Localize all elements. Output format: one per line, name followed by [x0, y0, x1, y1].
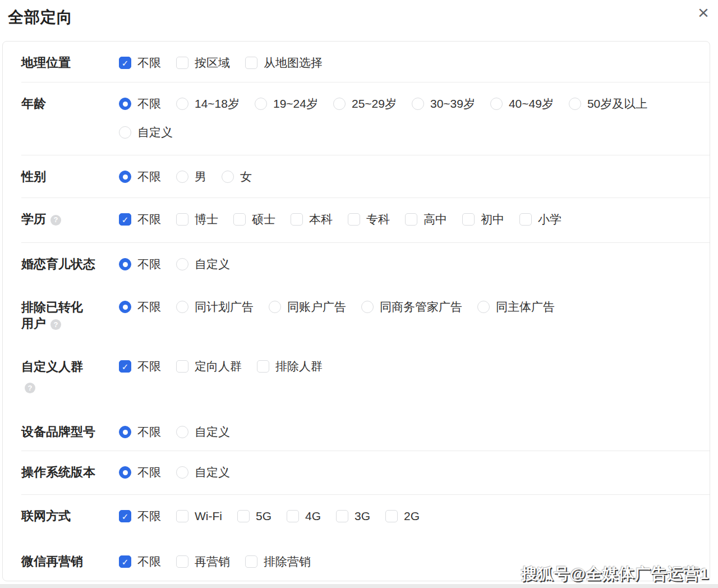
option-item[interactable]: ✓不限 — [119, 504, 161, 529]
radio-unchecked-icon[interactable] — [255, 98, 267, 110]
radio-checked-icon[interactable] — [119, 301, 131, 313]
option-item[interactable]: 19~24岁 — [255, 91, 318, 116]
radio-unchecked-icon[interactable] — [176, 258, 188, 270]
option-item[interactable]: 同主体广告 — [477, 295, 555, 319]
option-item[interactable]: 自定义 — [176, 420, 230, 444]
checkbox-unchecked-icon[interactable] — [176, 555, 188, 568]
option-label: 专科 — [366, 212, 390, 227]
radio-checked-icon[interactable] — [119, 98, 131, 110]
help-icon[interactable]: ? — [50, 215, 61, 226]
radio-unchecked-icon[interactable] — [176, 466, 188, 479]
radio-unchecked-icon[interactable] — [176, 301, 188, 313]
option-item[interactable]: 初中 — [462, 207, 504, 232]
checkbox-unchecked-icon[interactable] — [348, 213, 360, 226]
option-item[interactable]: 自定义 — [176, 460, 230, 485]
option-item[interactable]: 不限 — [119, 295, 161, 319]
option-item[interactable]: 14~18岁 — [176, 91, 240, 116]
checkbox-checked-icon[interactable]: ✓ — [119, 510, 131, 522]
option-item[interactable]: 25~29岁 — [333, 91, 397, 116]
radio-unchecked-icon[interactable] — [222, 171, 234, 183]
option-item[interactable]: 自定义 — [176, 252, 230, 277]
help-icon[interactable]: ? — [50, 319, 61, 330]
radio-unchecked-icon[interactable] — [176, 171, 188, 183]
checkbox-unchecked-icon[interactable] — [519, 213, 532, 226]
option-item[interactable]: 从地图选择 — [245, 50, 323, 75]
radio-checked-icon[interactable] — [119, 426, 131, 438]
option-item[interactable]: 男 — [176, 164, 206, 189]
option-label: 5G — [256, 509, 271, 523]
option-item[interactable]: ✓不限 — [119, 354, 161, 379]
option-item[interactable]: 5G — [237, 504, 271, 529]
radio-unchecked-icon[interactable] — [269, 301, 281, 313]
option-item[interactable]: 50岁及以上 — [569, 91, 647, 116]
checkbox-checked-icon[interactable]: ✓ — [119, 555, 131, 568]
option-item[interactable]: 排除人群 — [257, 354, 323, 379]
radio-unchecked-icon[interactable] — [412, 98, 424, 110]
option-item[interactable]: 排除营销 — [245, 549, 311, 574]
option-item[interactable]: ✓不限 — [119, 549, 161, 574]
option-item[interactable]: ✓不限 — [119, 50, 161, 75]
option-label: 不限 — [137, 55, 161, 71]
option-item[interactable]: 博士 — [176, 207, 218, 232]
option-item[interactable]: 同账户广告 — [269, 295, 346, 319]
option-item[interactable]: 再营销 — [176, 549, 230, 574]
option-item[interactable]: 40~49岁 — [490, 91, 554, 116]
option-item[interactable]: 高中 — [405, 207, 447, 232]
radio-unchecked-icon[interactable] — [333, 98, 346, 110]
option-item[interactable]: 本科 — [291, 207, 333, 232]
checkbox-unchecked-icon[interactable] — [291, 213, 303, 226]
option-item[interactable]: 2G — [385, 504, 420, 529]
checkbox-unchecked-icon[interactable] — [233, 213, 246, 226]
option-label: 同主体广告 — [496, 299, 555, 315]
checkbox-unchecked-icon[interactable] — [176, 510, 188, 522]
radio-unchecked-icon[interactable] — [361, 301, 374, 313]
checkbox-unchecked-icon[interactable] — [176, 57, 188, 69]
radio-unchecked-icon[interactable] — [119, 126, 131, 139]
option-item[interactable]: 3G — [336, 504, 370, 529]
option-item[interactable]: 4G — [287, 504, 321, 529]
option-item[interactable]: 定向人群 — [176, 354, 242, 379]
close-icon[interactable]: × — [692, 0, 715, 25]
row-label-marital-parenting-status: 婚恋育儿状态 — [21, 243, 119, 277]
option-item[interactable]: 不限 — [119, 420, 161, 444]
option-item[interactable]: 不限 — [119, 252, 161, 277]
radio-unchecked-icon[interactable] — [490, 98, 503, 110]
checkbox-unchecked-icon[interactable] — [462, 213, 475, 226]
option-item[interactable]: 按区域 — [176, 50, 230, 75]
option-item[interactable]: 不限 — [119, 91, 161, 116]
option-item[interactable]: 自定义 — [119, 120, 173, 145]
option-item[interactable]: 女 — [222, 164, 252, 189]
option-item[interactable]: 硕士 — [233, 207, 275, 232]
option-item[interactable]: 小学 — [519, 207, 561, 232]
checkbox-unchecked-icon[interactable] — [257, 360, 269, 373]
option-item[interactable]: 专科 — [348, 207, 390, 232]
radio-unchecked-icon[interactable] — [477, 301, 490, 313]
checkbox-checked-icon[interactable]: ✓ — [119, 57, 131, 69]
radio-checked-icon[interactable] — [119, 171, 131, 183]
checkbox-unchecked-icon[interactable] — [385, 510, 398, 522]
checkbox-unchecked-icon[interactable] — [287, 510, 299, 522]
option-label: 排除营销 — [264, 554, 311, 569]
option-item[interactable]: Wi-Fi — [176, 504, 222, 529]
checkbox-checked-icon[interactable]: ✓ — [119, 213, 131, 226]
checkbox-unchecked-icon[interactable] — [176, 213, 188, 226]
option-item[interactable]: 30~39岁 — [412, 91, 475, 116]
checkbox-unchecked-icon[interactable] — [245, 555, 257, 568]
radio-checked-icon[interactable] — [119, 258, 131, 270]
option-item[interactable]: 同商务管家广告 — [361, 295, 462, 319]
option-item[interactable]: 不限 — [119, 460, 161, 485]
radio-unchecked-icon[interactable] — [176, 426, 188, 438]
checkbox-unchecked-icon[interactable] — [176, 360, 188, 373]
option-item[interactable]: ✓不限 — [119, 207, 161, 232]
radio-checked-icon[interactable] — [119, 466, 131, 479]
radio-unchecked-icon[interactable] — [176, 98, 188, 110]
option-item[interactable]: 不限 — [119, 164, 161, 189]
option-item[interactable]: 同计划广告 — [176, 295, 254, 319]
checkbox-unchecked-icon[interactable] — [336, 510, 348, 522]
radio-unchecked-icon[interactable] — [569, 98, 581, 110]
checkbox-unchecked-icon[interactable] — [237, 510, 250, 522]
checkbox-checked-icon[interactable]: ✓ — [119, 360, 131, 373]
help-icon[interactable]: ? — [25, 383, 35, 393]
checkbox-unchecked-icon[interactable] — [245, 57, 257, 69]
checkbox-unchecked-icon[interactable] — [405, 213, 417, 226]
